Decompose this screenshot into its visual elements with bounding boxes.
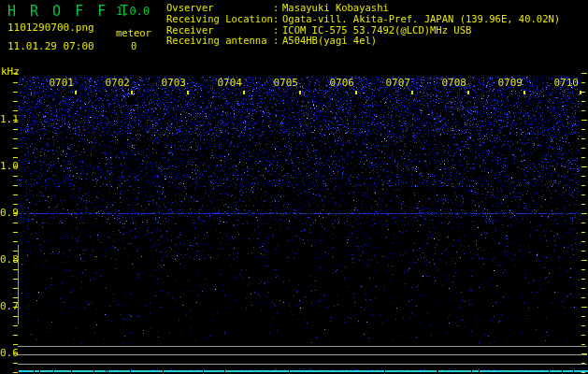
time-label: 0706	[326, 78, 354, 89]
freq-tick-left	[13, 223, 18, 223]
time-label: 0707	[382, 78, 410, 89]
freq-label: 0.6	[0, 348, 13, 359]
freq-tick-right	[581, 92, 585, 93]
freq-label: 0.9	[0, 208, 13, 219]
freq-tick-right	[581, 297, 585, 298]
minute-tick	[75, 91, 77, 94]
output-filename: 1101290700.png	[7, 22, 94, 34]
level-gridline	[18, 346, 587, 347]
freq-tick-right	[581, 129, 585, 130]
time-label: 0705	[270, 78, 298, 89]
minute-tick	[187, 91, 189, 94]
info-row-antenna: Receiving antenna:A504HB(yagi 4el)	[166, 36, 560, 47]
freq-axis-unit: kHz	[1, 65, 20, 78]
level-gridline	[18, 364, 587, 365]
datetime-label: 11.01.29 07:00	[7, 40, 94, 52]
minute-tick	[411, 91, 413, 94]
freq-tick-right	[581, 251, 585, 252]
freq-tick-right	[581, 194, 585, 195]
minute-tick	[467, 91, 469, 94]
freq-tick-left	[13, 120, 18, 121]
time-label: 0710	[551, 78, 579, 89]
time-label: 0703	[158, 78, 186, 89]
freq-tick-right	[581, 307, 587, 308]
freq-tick-right	[581, 288, 585, 289]
freq-tick-left	[13, 325, 18, 326]
freq-tick-right	[581, 372, 585, 373]
freq-tick-right	[581, 241, 585, 242]
time-label: 0708	[438, 78, 466, 89]
db-scale-bar	[18, 245, 19, 324]
freq-tick-left	[13, 185, 18, 186]
hrofft-window: 1.11.00.90.80.70.60701070207030704070507…	[0, 0, 588, 374]
info-colon: :	[273, 14, 282, 25]
mode-label: meteor	[116, 27, 151, 38]
freq-tick-left	[13, 194, 18, 195]
freq-tick-left	[13, 204, 18, 205]
freq-label: 1.0	[0, 161, 13, 172]
time-label: 0701	[46, 78, 74, 89]
minute-tick	[523, 91, 525, 94]
freq-tick-right	[581, 232, 585, 233]
freq-label: 0.8	[0, 254, 13, 266]
freq-tick-right	[581, 101, 585, 102]
app-version: 1.0.0	[116, 5, 150, 18]
freq-tick-right	[581, 223, 585, 223]
freq-tick-right	[581, 344, 585, 345]
freq-tick-left	[13, 157, 18, 158]
freq-tick-right	[581, 316, 585, 317]
info-colon: :	[273, 36, 282, 47]
meteor-count: 0	[131, 40, 136, 51]
freq-tick-left	[13, 213, 18, 214]
freq-tick-right	[581, 260, 587, 261]
freq-tick-right	[581, 176, 585, 177]
time-label: 0702	[102, 78, 130, 89]
minute-tick	[131, 91, 133, 94]
station-info: Ovserver:Masayuki Kobayashi Receiving Lo…	[166, 3, 560, 47]
minute-tick	[580, 91, 581, 94]
freq-tick-right	[581, 157, 585, 158]
time-label: 0704	[214, 78, 242, 89]
minute-tick	[299, 91, 301, 94]
freq-tick-left	[13, 335, 18, 336]
freq-tick-left	[13, 82, 18, 83]
minute-tick	[355, 91, 357, 94]
freq-tick-left	[13, 101, 18, 102]
freq-tick-right	[581, 325, 585, 326]
freq-tick-left	[13, 148, 18, 149]
freq-tick-right	[581, 120, 587, 121]
app-title: H R O F F T	[7, 3, 131, 20]
freq-tick-left	[13, 232, 18, 233]
level-gridline	[18, 354, 587, 355]
antenna-value: A504HB(yagi 4el)	[282, 35, 377, 46]
freq-tick-right	[581, 279, 585, 280]
freq-tick-right	[581, 166, 587, 167]
freq-tick-left	[13, 129, 18, 130]
freq-tick-left	[13, 166, 18, 167]
freq-tick-right	[581, 73, 587, 74]
time-label: 0709	[495, 78, 523, 89]
observer-value: Masayuki Kobayashi	[282, 2, 389, 13]
info-label: Receiving antenna	[166, 36, 273, 47]
freq-tick-left	[13, 92, 18, 93]
freq-tick-left	[13, 138, 18, 139]
freq-label: 0.7	[0, 301, 13, 312]
freq-tick-left	[13, 372, 18, 373]
freq-tick-left	[13, 241, 18, 242]
minute-tick	[243, 91, 245, 94]
header: H R O F F T 1.0.0 1101290700.png meteor …	[0, 0, 588, 65]
freq-tick-right	[581, 148, 585, 149]
freq-tick-right	[581, 82, 585, 83]
freq-tick-right	[581, 204, 585, 205]
freq-tick-right	[581, 138, 585, 139]
location-value: Ogata-vill. Akita-Pref. JAPAN (139.96E, …	[282, 13, 560, 24]
freq-tick-left	[13, 344, 18, 345]
freq-tick-left	[13, 176, 18, 177]
freq-tick-right	[581, 185, 585, 186]
freq-label: 1.1	[0, 114, 13, 125]
receiver-value: ICOM IC-575 53.7492(@LCD)MHz USB	[282, 24, 471, 36]
freq-tick-right	[581, 213, 587, 214]
freq-tick-right	[581, 110, 585, 111]
info-label: Receiving Location	[166, 14, 273, 25]
freq-tick-right	[581, 269, 585, 270]
